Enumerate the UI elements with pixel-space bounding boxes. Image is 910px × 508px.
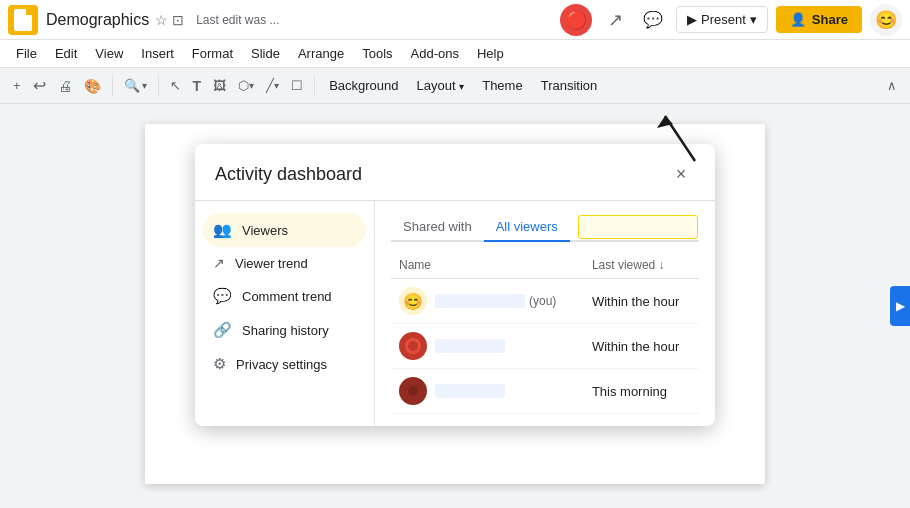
menu-file[interactable]: File [8,43,45,64]
right-sidebar-toggle[interactable]: ▶ [890,286,910,326]
undo-btn[interactable]: + [8,75,26,96]
modal-header: Activity dashboard × [195,144,715,201]
collapse-toolbar-btn[interactable]: ∧ [882,75,902,96]
doc-title: Demographics [46,11,149,29]
user-emoji: 😊 [875,9,897,31]
table-row: Within the hour [391,324,699,369]
menu-view[interactable]: View [87,43,131,64]
nav-item-viewer-trend[interactable]: ↗ Viewer trend [203,247,366,279]
slide-canvas: Activity dashboard × 👥 Viewers ↗ Viewer … [145,124,765,484]
viewers-search-input[interactable] [578,215,698,239]
star-icon[interactable]: ☆ [155,12,168,28]
theme-btn[interactable]: Theme [474,75,530,96]
slide-area: Activity dashboard × 👥 Viewers ↗ Viewer … [0,104,910,508]
nav-label-viewer-trend: Viewer trend [235,256,308,271]
name-cell-inner-2 [399,332,576,360]
last-viewed-2: Within the hour [584,324,699,369]
toolbar-divider-2 [158,76,159,96]
settings-icon: ⚙ [213,355,226,373]
svg-point-3 [408,341,418,351]
avatar-emoji: 🔴 [565,9,587,31]
line-tool[interactable]: ╱ ▾ [261,75,284,96]
share-label: Share [812,12,848,27]
name-blur-3 [435,384,505,398]
present-label: Present [701,12,746,27]
nav-item-viewers[interactable]: 👥 Viewers [203,213,366,247]
cursor-tool[interactable]: ↖ [165,75,186,96]
name-blur-1 [435,294,525,308]
share-icon-nav: 🔗 [213,321,232,339]
name-cell-1: 😊 (you) [391,279,584,324]
col-header-name: Name [391,252,584,279]
name-cell-2 [391,324,584,369]
menu-addons[interactable]: Add-ons [403,43,467,64]
toolbar-divider-1 [112,76,113,96]
zoom-select[interactable]: 🔍 ▾ [119,75,152,96]
nav-item-privacy[interactable]: ⚙ Privacy settings [203,347,366,381]
col-header-last-viewed[interactable]: Last viewed [584,252,699,279]
present-button[interactable]: ▶ Present ▾ [676,6,768,33]
viewers-table: Name Last viewed 😊 (you) [391,252,699,414]
menu-edit[interactable]: Edit [47,43,85,64]
menu-insert[interactable]: Insert [133,43,182,64]
avatar-1: 😊 [399,287,427,315]
layout-btn[interactable]: Layout ▾ [409,75,473,96]
name-cell-inner-3 [399,377,576,405]
name-cell-3 [391,369,584,414]
nav-label-viewers: Viewers [242,223,288,238]
last-viewed-1: Within the hour [584,279,699,324]
you-label: (you) [529,294,556,308]
comment-icon: 💬 [213,287,232,305]
menu-help[interactable]: Help [469,43,512,64]
tab-shared-with[interactable]: Shared with [391,213,484,242]
app-icon-inner [14,9,32,31]
share-button[interactable]: 👤 Share [776,6,862,33]
avatar-3 [399,377,427,405]
transition-btn[interactable]: Transition [533,75,606,96]
user-avatar-red[interactable]: 🔴 [560,4,592,36]
menu-slide[interactable]: Slide [243,43,288,64]
topbar: Demographics ☆ ⊡ Last edit was ... 🔴 ↗ 💬… [0,0,910,40]
text-tool[interactable]: T [188,75,207,97]
modal-content: Shared with All viewers Name Last viewed [375,201,715,426]
toolbar-divider-3 [314,76,315,96]
share-icon: 👤 [790,12,806,27]
menu-tools[interactable]: Tools [354,43,400,64]
menu-format[interactable]: Format [184,43,241,64]
comment-tool[interactable]: ☐ [286,75,308,96]
redo-btn-arrow[interactable]: ↩ [28,73,51,98]
print-btn[interactable]: 🖨 [53,75,77,97]
name-blur-2 [435,339,505,353]
app-icon [8,5,38,35]
modal-sidebar: 👥 Viewers ↗ Viewer trend 💬 Comment trend… [195,201,375,426]
topbar-right: 🔴 ↗ 💬 ▶ Present ▾ 👤 Share 😊 [560,4,902,36]
modal-close-button[interactable]: × [667,160,695,188]
toolbar-right: ∧ [882,75,902,96]
image-tool[interactable]: 🖼 [208,75,231,96]
nav-label-privacy: Privacy settings [236,357,327,372]
trend-icon-btn[interactable]: ↗ [600,5,630,35]
tab-bar: Shared with All viewers [391,213,699,242]
activity-modal: Activity dashboard × 👥 Viewers ↗ Viewer … [195,144,715,426]
history-icon[interactable]: ⊡ [172,12,184,28]
nav-label-comment-trend: Comment trend [242,289,332,304]
shapes-tool[interactable]: ⬡ ▾ [233,75,259,96]
menubar: File Edit View Insert Format Slide Arran… [0,40,910,68]
avatar-2 [399,332,427,360]
viewers-icon: 👥 [213,221,232,239]
trend-icon: ↗ [213,255,225,271]
menu-arrange[interactable]: Arrange [290,43,352,64]
background-btn[interactable]: Background [321,75,406,96]
present-icon: ▶ [687,12,697,27]
svg-point-5 [408,386,418,396]
modal-title: Activity dashboard [215,164,362,185]
last-viewed-3: This morning [584,369,699,414]
toolbar: + ↩ 🖨 🎨 🔍 ▾ ↖ T 🖼 ⬡ ▾ ╱ ▾ ☐ Background L… [0,68,910,104]
nav-item-sharing[interactable]: 🔗 Sharing history [203,313,366,347]
nav-item-comment-trend[interactable]: 💬 Comment trend [203,279,366,313]
paint-format-btn[interactable]: 🎨 [79,75,106,97]
tab-all-viewers[interactable]: All viewers [484,213,570,242]
title-area: Demographics ☆ ⊡ Last edit was ... [46,11,560,29]
comment-icon-btn[interactable]: 💬 [638,5,668,35]
user-avatar-emoji[interactable]: 😊 [870,4,902,36]
